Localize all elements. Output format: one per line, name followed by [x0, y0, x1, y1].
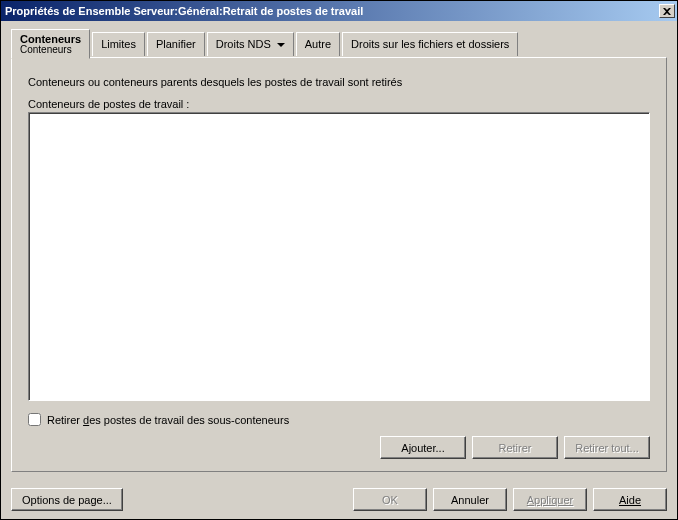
- chevron-down-icon: [277, 43, 285, 47]
- remove-button: Retirer: [472, 436, 558, 459]
- tabstrip: Conteneurs Conteneurs Limites Planifier …: [11, 29, 667, 58]
- page-options-button[interactable]: Options de page...: [11, 488, 123, 511]
- tab-droits-fichiers[interactable]: Droits sur les fichiers et dossiers: [342, 32, 518, 56]
- tab-droits-nds[interactable]: Droits NDS: [207, 32, 294, 56]
- tab-planifier[interactable]: Planifier: [147, 32, 205, 56]
- tab-label: Planifier: [156, 39, 196, 50]
- dialog-window: Propriétés de Ensemble Serveur:Général:R…: [0, 0, 678, 520]
- tab-label: Conteneurs: [20, 34, 81, 45]
- workstation-containers-list[interactable]: [28, 112, 650, 401]
- window-title: Propriétés de Ensemble Serveur:Général:R…: [5, 5, 363, 17]
- tab-label: Limites: [101, 39, 136, 50]
- close-x-icon: [663, 8, 671, 15]
- add-button[interactable]: Ajouter...: [380, 436, 466, 459]
- panel-buttons: Ajouter... Retirer Retirer tout...: [28, 436, 650, 459]
- remove-from-subcontainers-checkbox[interactable]: [28, 413, 41, 426]
- remove-from-subcontainers-label[interactable]: Retirer des postes de travail des sous-c…: [47, 414, 289, 426]
- tab-conteneurs[interactable]: Conteneurs Conteneurs: [11, 29, 90, 59]
- remove-all-button: Retirer tout...: [564, 436, 650, 459]
- tab-sublabel: Conteneurs: [20, 45, 72, 55]
- bottom-bar: Options de page... OK Annuler Appliquer …: [1, 482, 677, 519]
- tab-label: Droits sur les fichiers et dossiers: [351, 39, 509, 50]
- tab-panel: Conteneurs ou conteneurs parents desquel…: [11, 57, 667, 472]
- apply-button: Appliquer: [513, 488, 587, 511]
- panel-description: Conteneurs ou conteneurs parents desquel…: [28, 76, 650, 88]
- ok-button: OK: [353, 488, 427, 511]
- tab-limites[interactable]: Limites: [92, 32, 145, 56]
- tab-label: Droits NDS: [216, 39, 271, 50]
- tab-autre[interactable]: Autre: [296, 32, 340, 56]
- close-icon[interactable]: [659, 4, 675, 18]
- remove-from-subcontainers-row: Retirer des postes de travail des sous-c…: [28, 413, 650, 426]
- titlebar: Propriétés de Ensemble Serveur:Général:R…: [1, 1, 677, 21]
- help-button[interactable]: Aide: [593, 488, 667, 511]
- list-label: Conteneurs de postes de travail :: [28, 98, 650, 110]
- cancel-button[interactable]: Annuler: [433, 488, 507, 511]
- client-area: Conteneurs Conteneurs Limites Planifier …: [1, 21, 677, 482]
- tab-label: Autre: [305, 39, 331, 50]
